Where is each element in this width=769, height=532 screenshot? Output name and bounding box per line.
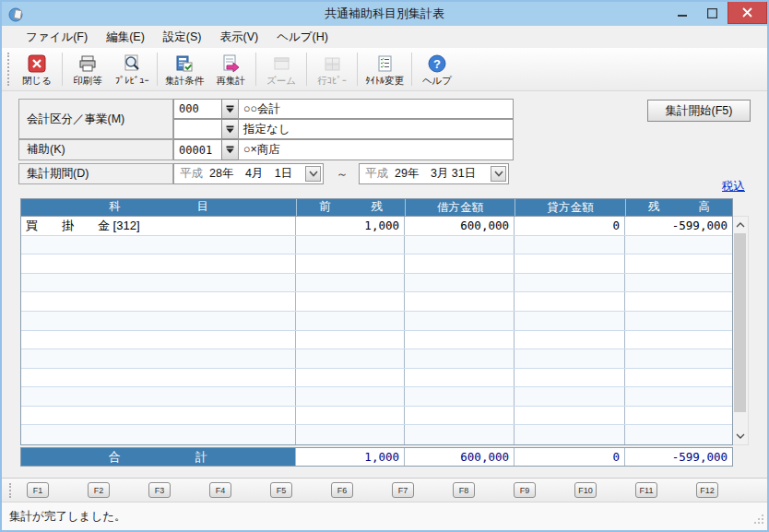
period-to-dropdown[interactable] — [491, 166, 506, 182]
status-bar: 集計が完了しました。 — [2, 502, 767, 530]
table-row-empty[interactable] — [21, 274, 732, 293]
cell-credit: 0 — [515, 217, 625, 235]
auxiliary-code-field[interactable]: 00001 — [173, 139, 222, 160]
close-icon — [742, 7, 752, 18]
f3-key[interactable]: F3 — [148, 482, 171, 498]
auxiliary-label: 補助(K) — [18, 139, 173, 160]
column-header-debit: 借方金額 — [405, 199, 515, 216]
preview-button[interactable]: ﾌﾟﾚﾋﾞｭｰ — [110, 52, 154, 87]
column-header-opening-balance: 前残 — [296, 199, 405, 216]
table-row-empty[interactable] — [21, 331, 732, 350]
re-aggregate-button[interactable]: 再集計 — [208, 52, 253, 87]
help-icon: ? — [427, 53, 447, 75]
date-to: 29年 3月 31日 — [395, 166, 476, 182]
toolbar: 閉じる 印刷等 ﾌﾟﾚﾋﾞｭｰ 集計条件 再集計 — [2, 48, 767, 91]
total-opening-balance: 1,000 — [296, 448, 405, 466]
account-name-field[interactable]: ○○会計 — [238, 99, 514, 119]
f12-key[interactable]: F12 — [696, 482, 718, 498]
resize-grip-icon[interactable] — [753, 514, 764, 527]
business-name-field[interactable]: 指定なし — [238, 119, 514, 139]
menu-bar: ファイル(F) 編集(E) 設定(S) 表示(V) ヘルプ(H) — [2, 26, 767, 48]
toolbar-grip — [7, 53, 11, 86]
cell-balance: -599,000 — [625, 217, 732, 235]
cell-subject: 買 掛 金 [312] — [21, 217, 296, 235]
row-copy-icon — [322, 53, 342, 75]
table-body: 買 掛 金 [312] 1,000 600,000 0 -599,000 — [20, 216, 733, 445]
close-red-icon — [27, 53, 47, 75]
menu-help[interactable]: ヘルプ(H) — [267, 27, 337, 48]
period-from-field[interactable]: 平成 28年 4月 1日 — [173, 163, 324, 184]
menu-settings[interactable]: 設定(S) — [154, 27, 211, 48]
aggregate-conditions-button[interactable]: 集計条件 — [160, 52, 208, 87]
f4-key[interactable]: F4 — [209, 482, 231, 498]
period-to-field[interactable]: 平成 29年 3月 31日 — [359, 163, 509, 184]
account-division-label: 会計区分／事業(M) — [18, 99, 173, 139]
business-code-field[interactable] — [173, 119, 222, 139]
table-row-empty[interactable] — [21, 425, 732, 444]
maximize-button[interactable] — [697, 2, 728, 24]
account-code-field[interactable]: 000 — [173, 99, 222, 119]
recalculate-arrow-icon — [220, 53, 241, 75]
table-row-empty[interactable] — [21, 387, 732, 407]
conditions-icon — [174, 53, 195, 75]
print-button[interactable]: 印刷等 — [65, 52, 110, 87]
close-button[interactable] — [728, 2, 767, 24]
zoom-button: ズーム — [259, 52, 303, 87]
table-row-empty[interactable] — [21, 369, 732, 388]
total-label: 合計 — [21, 448, 296, 466]
f8-key[interactable]: F8 — [453, 482, 475, 498]
dropdown-list-icon — [226, 125, 234, 134]
table-row-empty[interactable] — [21, 236, 732, 255]
printer-icon — [77, 53, 98, 75]
f1-key[interactable]: F1 — [27, 482, 49, 498]
help-button[interactable]: ? ヘルプ — [415, 52, 459, 87]
f5-key[interactable]: F5 — [270, 482, 292, 498]
table-row-empty[interactable] — [21, 407, 732, 426]
zoom-window-icon — [271, 53, 291, 75]
period-separator: ～ — [326, 163, 358, 184]
column-header-credit: 貸方金額 — [515, 199, 625, 216]
vertical-scrollbar[interactable] — [733, 216, 749, 445]
chevron-down-icon — [494, 171, 503, 177]
scroll-down-icon[interactable] — [733, 429, 747, 443]
menu-view[interactable]: 表示(V) — [210, 27, 267, 48]
business-combo-button[interactable] — [221, 119, 239, 139]
f2-key[interactable]: F2 — [88, 482, 110, 498]
f11-key[interactable]: F11 — [635, 482, 657, 498]
title-change-button[interactable]: ﾀｲﾄﾙ変更 — [361, 52, 408, 87]
table-row-empty[interactable] — [21, 349, 732, 369]
f10-key[interactable]: F10 — [574, 482, 597, 498]
close-window-button[interactable]: 閉じる — [15, 52, 59, 87]
dropdown-list-icon — [226, 146, 234, 154]
auxiliary-name-field[interactable]: ○×商店 — [238, 139, 514, 160]
table-row-empty[interactable] — [21, 312, 732, 331]
app-window: 共通補助科目別集計表 ファイル(F) 編集(E) 設定(S) 表示(V) ヘルプ… — [0, 0, 769, 532]
total-balance: -599,000 — [625, 448, 732, 466]
minimize-button[interactable] — [667, 2, 697, 24]
tax-included-link[interactable]: 税込 — [690, 179, 745, 195]
scroll-up-icon[interactable] — [733, 218, 747, 232]
f7-key[interactable]: F7 — [392, 482, 414, 498]
table-row-empty[interactable] — [21, 254, 732, 274]
table-header: 科目 前残 借方金額 貸方金額 残高 — [20, 198, 733, 216]
scrollbar-thumb[interactable] — [734, 233, 746, 412]
period-from-dropdown[interactable] — [305, 166, 321, 182]
row-copy-button: 行ｺﾋﾟｰ — [310, 52, 354, 87]
date-from: 28年 4月 1日 — [209, 166, 292, 182]
table-row[interactable]: 買 掛 金 [312] 1,000 600,000 0 -599,000 — [21, 217, 732, 236]
f6-key[interactable]: F6 — [331, 482, 353, 498]
period-label: 集計期間(D) — [18, 163, 173, 184]
table-row-empty[interactable] — [21, 292, 732, 312]
total-debit: 600,000 — [405, 448, 515, 466]
menu-file[interactable]: ファイル(F) — [17, 27, 97, 48]
start-aggregation-button[interactable]: 集計開始(F5) — [647, 100, 751, 122]
f9-key[interactable]: F9 — [514, 482, 536, 498]
window-title: 共通補助科目別集計表 — [2, 6, 767, 22]
auxiliary-combo-button[interactable] — [221, 139, 239, 160]
account-combo-button[interactable] — [221, 99, 239, 119]
svg-text:?: ? — [433, 57, 441, 71]
title-change-list-icon — [374, 53, 395, 75]
status-message: 集計が完了しました。 — [9, 509, 125, 525]
dropdown-list-icon — [226, 105, 234, 113]
menu-edit[interactable]: 編集(E) — [97, 27, 154, 48]
